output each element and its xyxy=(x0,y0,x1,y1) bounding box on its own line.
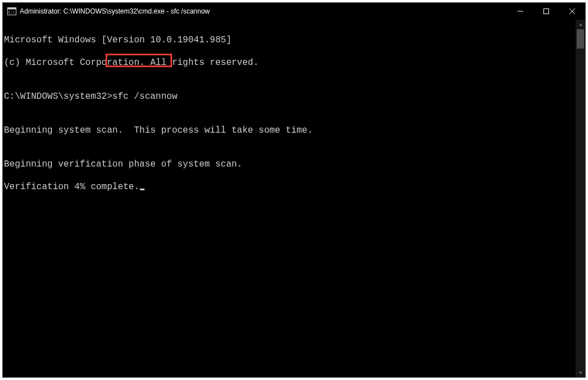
console-output[interactable]: Microsoft Windows [Version 10.0.19041.98… xyxy=(3,20,576,377)
client-area: Microsoft Windows [Version 10.0.19041.98… xyxy=(3,20,585,377)
output-line: Beginning system scan. This process will… xyxy=(4,125,576,136)
entered-command: sfc /scannow xyxy=(112,91,177,102)
scroll-down-arrow-icon[interactable] xyxy=(576,368,585,377)
scroll-track[interactable] xyxy=(576,29,585,368)
close-button[interactable] xyxy=(559,3,585,20)
svg-marker-5 xyxy=(579,372,582,374)
text-cursor xyxy=(140,189,144,190)
svg-rect-1 xyxy=(8,7,16,9)
window-title: Administrator: C:\WINDOWS\system32\cmd.e… xyxy=(20,7,507,15)
window-controls xyxy=(507,3,585,19)
prompt-line: C:\WINDOWS\system32>sfc /scannow xyxy=(4,91,576,102)
svg-marker-4 xyxy=(579,23,582,26)
output-line: Microsoft Windows [Version 10.0.19041.98… xyxy=(4,34,576,46)
prompt-prefix: C:\WINDOWS\system32> xyxy=(4,91,112,102)
cmd-icon: C:\ xyxy=(7,7,16,16)
minimize-button[interactable] xyxy=(507,3,533,20)
titlebar[interactable]: C:\ Administrator: C:\WINDOWS\system32\c… xyxy=(3,3,585,20)
maximize-button[interactable] xyxy=(533,3,559,20)
vertical-scrollbar[interactable] xyxy=(576,20,585,377)
scroll-thumb[interactable] xyxy=(577,29,584,49)
output-line: Beginning verification phase of system s… xyxy=(4,159,576,170)
output-line: Verification 4% complete. xyxy=(4,181,576,193)
scroll-up-arrow-icon[interactable] xyxy=(576,20,585,29)
svg-rect-3 xyxy=(544,9,549,14)
cmd-window: C:\ Administrator: C:\WINDOWS\system32\c… xyxy=(2,2,586,378)
output-line: (c) Microsoft Corporation. All rights re… xyxy=(4,57,576,68)
svg-text:C:\: C:\ xyxy=(8,10,15,14)
